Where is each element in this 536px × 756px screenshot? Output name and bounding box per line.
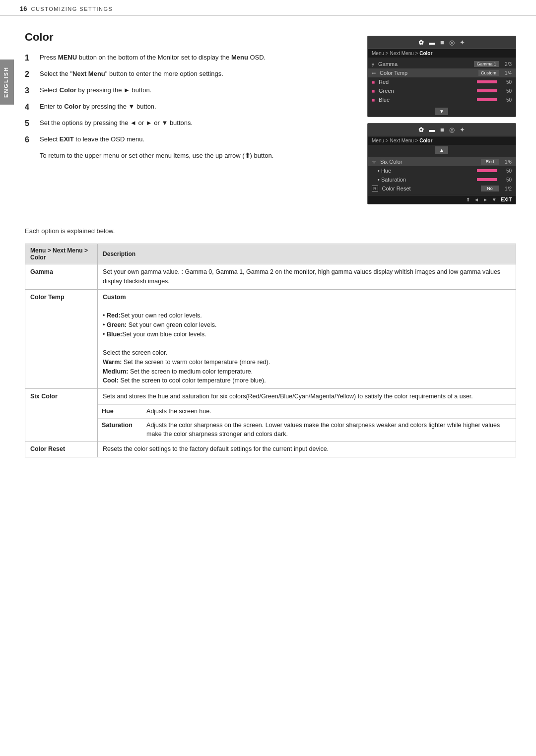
description-table: Menu > Next Menu > Color Description Gam… (25, 244, 516, 457)
gamma-icon: γ (372, 62, 374, 67)
table-row-sixcolor: Six Color Sets and stores the hue and sa… (25, 389, 516, 441)
osd2-icon-sun: ✿ (418, 126, 424, 133)
osd1-row-blue: ■ Blue 50 (368, 95, 516, 104)
step-1-num: 1 (25, 52, 37, 64)
step-5: 5 Set the options by pressing the ◄ or ►… (25, 118, 352, 129)
gamma-row-desc: Set your own gamma value. : Gamma 0, Gam… (98, 264, 516, 290)
step-3-num: 3 (25, 85, 37, 97)
step-2-text: Select the "Next Menu" button to enter t… (40, 69, 352, 80)
left-column: Color 1 Press MENU button on the bottom … (25, 31, 352, 204)
osd2-sixcolor-num: 1/6 (501, 159, 512, 165)
osd1-icon-square: ■ (440, 39, 444, 46)
step-1-text: Press MENU button on the bottom of the M… (40, 53, 352, 64)
colorreset-row-name: Color Reset (25, 441, 98, 457)
osd1-gamma-num: 2/3 (501, 62, 512, 67)
nav-down[interactable]: ▼ (492, 197, 497, 202)
osd2-row-sixcolor: ☆ Six Color Red 1/6 (368, 157, 516, 166)
colortemp-row-name: Color Temp (25, 289, 98, 389)
step-6: 6 Select EXIT to leave the OSD menu. (25, 134, 352, 146)
explanation-text: Each option is explained below. (0, 219, 536, 240)
right-column: ✿ ▬ ■ ◎ ✦ Menu > Next Menu > Color γ Gam… (367, 31, 516, 204)
nav-right[interactable]: ► (483, 197, 488, 202)
section-title: Color (25, 31, 352, 44)
osd2-sat-num: 50 (501, 177, 512, 183)
step-3: 3 Select Color by pressing the ► button. (25, 85, 352, 97)
step-4-text: Enter to Color by pressing the ▼ button. (40, 102, 352, 113)
osd2-up-arrow[interactable]: ▲ (435, 146, 448, 154)
page-title-header: CUSTOMIZING SETTINGS (31, 6, 113, 12)
saturation-inner-desc: Adjusts the color sharpness on the scree… (142, 418, 516, 441)
hue-inner-label: Hue (98, 404, 142, 418)
colorreset-row-desc: Resets the color settings to the factory… (98, 441, 516, 457)
nav-left[interactable]: ◄ (474, 197, 479, 202)
osd1-rows: γ Gamma Gamma 1 2/3 ⇐ Color Temp Custom … (368, 58, 516, 106)
step-5-text: Set the options by pressing the ◄ or ► o… (40, 118, 352, 129)
osd2-breadcrumb: Menu > Next Menu > Color (368, 136, 516, 145)
osd2-row-colorreset: R Color Reset No 1/2 (368, 184, 516, 193)
osd1-row-colortemp: ⇐ Color Temp Custom 1/4 (368, 68, 516, 77)
step-2: 2 Select the "Next Menu" button to enter… (25, 69, 352, 80)
saturation-inner-row: Saturation Adjusts the color sharpness o… (98, 418, 516, 441)
step-note: To return to the upper menu or set other… (25, 151, 352, 161)
osd2-sixcolor-value: Red (481, 159, 499, 165)
osd2-row-hue: • Hue 50 (368, 166, 516, 175)
colortemp-row-desc: Custom • Red:Set your own red color leve… (98, 289, 516, 389)
osd1-red-num: 50 (501, 79, 512, 85)
osd1-down-arrow[interactable]: ▼ (435, 108, 448, 115)
osd1-gamma-value: Gamma 1 (474, 61, 499, 67)
osd1-icon-circle: ◎ (449, 39, 455, 46)
osd2-icon-circle: ◎ (449, 126, 455, 133)
step-note-text: To return to the upper menu or set other… (40, 151, 352, 161)
step-2-num: 2 (25, 68, 37, 80)
step-4: 4 Enter to Color by pressing the ▼ butto… (25, 102, 352, 113)
steps-list: 1 Press MENU button on the bottom of the… (25, 53, 352, 161)
main-content: Color 1 Press MENU button on the bottom … (0, 16, 536, 219)
osd1-blue-bar (477, 98, 497, 101)
osd-screen-2: ✿ ▬ ■ ◎ ✦ Menu > Next Menu > Color ▲ ☆ S… (367, 123, 516, 204)
nav-exit[interactable]: EXIT (501, 197, 512, 202)
step-1: 1 Press MENU button on the bottom of the… (25, 53, 352, 64)
osd2-icons-row: ✿ ▬ ■ ◎ ✦ (368, 124, 516, 136)
osd1-green-label: Green (379, 88, 475, 94)
osd2-sixcolor-label: Six Color (380, 159, 479, 165)
osd1-blue-num: 50 (501, 97, 512, 103)
osd1-colortemp-value: Custom (478, 70, 499, 76)
step-6-text: Select EXIT to leave the OSD menu. (40, 134, 352, 146)
osd2-reset-value: No (481, 186, 499, 191)
osd2-sat-bar (477, 178, 497, 181)
table-col1-header: Menu > Next Menu > Color (25, 244, 98, 264)
osd2-row-saturation: • Saturation 50 (368, 175, 516, 184)
osd2-hue-label: • Hue (372, 168, 475, 174)
hue-inner-desc: Adjusts the screen hue. (142, 404, 516, 418)
reset-icon: R (372, 186, 378, 191)
osd1-row-green: ■ Green 50 (368, 86, 516, 95)
osd2-icon-menu: ▬ (429, 126, 435, 133)
sixcolor-row-desc: Sets and stores the hue and saturation f… (98, 389, 516, 441)
osd2-nav-bar: ⬆ ◄ ► ▼ EXIT (368, 195, 516, 204)
osd2-up-btn-row: ▲ (368, 145, 516, 155)
hue-inner-row: Hue Adjusts the screen hue. (98, 404, 516, 418)
osd1-green-num: 50 (501, 88, 512, 94)
osd1-row-gamma: γ Gamma Gamma 1 2/3 (368, 60, 516, 68)
osd2-rows: ☆ Six Color Red 1/6 • Hue 50 • Saturatio… (368, 155, 516, 195)
osd2-reset-num: 1/2 (501, 186, 512, 191)
green-icon: ■ (372, 88, 375, 94)
osd1-colortemp-num: 1/4 (501, 70, 512, 76)
osd-screen-1: ✿ ▬ ■ ◎ ✦ Menu > Next Menu > Color γ Gam… (367, 36, 516, 117)
osd1-gamma-label: Gamma (378, 61, 472, 67)
nav-up[interactable]: ⬆ (466, 197, 470, 202)
page-number: 16 (20, 5, 27, 12)
osd2-icon-square: ■ (440, 126, 444, 133)
step-6-num: 6 (25, 134, 37, 146)
osd1-red-label: Red (379, 79, 475, 85)
osd2-reset-label: Color Reset (382, 186, 479, 191)
gamma-row-name: Gamma (25, 264, 98, 290)
osd2-saturation-label: • Saturation (372, 177, 475, 183)
osd1-down-btn-row: ▼ (368, 106, 516, 117)
osd1-red-bar (477, 80, 497, 83)
osd1-breadcrumb: Menu > Next Menu > Color (368, 49, 516, 58)
saturation-inner-label: Saturation (98, 418, 142, 441)
osd1-icons-row: ✿ ▬ ■ ◎ ✦ (368, 36, 516, 49)
blue-icon: ■ (372, 97, 375, 103)
sixcolor-icon: ☆ (372, 159, 376, 165)
